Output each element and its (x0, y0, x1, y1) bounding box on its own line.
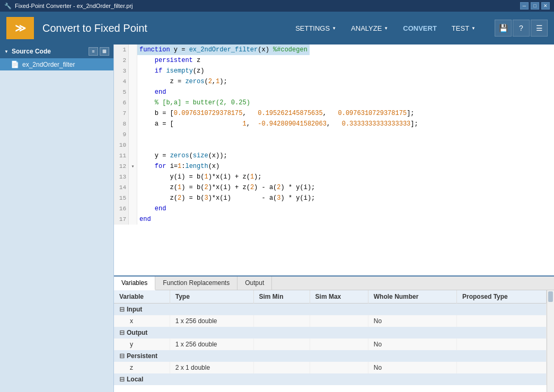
table-scrollbar[interactable] (547, 290, 554, 392)
test-dropdown-arrow: ▼ (471, 26, 476, 31)
logo-box: ≫ (6, 17, 34, 39)
title-bar-controls: ─ □ ✕ (520, 2, 550, 10)
tab-bar: Variables Function Replacements Output (114, 277, 554, 290)
col-wholenumber: Whole Number (368, 290, 456, 304)
toolbar-nav: SETTINGS ▼ ANALYZE ▼ CONVERT TEST ▼ (289, 21, 482, 35)
section-local: ⊟Local (114, 373, 547, 385)
table-row-z: z 2 x 1 double No (114, 362, 547, 373)
app-icon: 🔧 (4, 3, 12, 10)
variables-table: Variable Type Sim Min Sim Max Whole Numb… (114, 290, 547, 385)
table-header-row: Variable Type Sim Min Sim Max Whole Numb… (114, 290, 547, 304)
logo-arrows: ≫ (15, 22, 26, 34)
code-line-4: 4 z = zeros(2,1); (114, 76, 554, 87)
code-line-5: 5 end (114, 87, 554, 97)
sidebar: ▼ Source Code ≡ ⊞ 📄 ex_2ndOrder_filter (0, 44, 114, 392)
sidebar-header: ▼ Source Code ≡ ⊞ (0, 44, 113, 58)
header-toolbar: ≫ Convert to Fixed Point SETTINGS ▼ ANAL… (0, 12, 554, 44)
app-title: Convert to Fixed Point (42, 22, 280, 34)
file-icon: 📄 (11, 60, 19, 68)
code-line-9: 9 (114, 129, 554, 140)
code-line-10: 10 (114, 140, 554, 150)
variables-table-container[interactable]: Variable Type Sim Min Sim Max Whole Numb… (114, 290, 547, 392)
sidebar-item-ex2ndorderfilter[interactable]: 📄 ex_2ndOrder_filter (0, 58, 113, 70)
code-line-14: 14 z(1) = b(2)*x(i) + z(2) - a(2) * y(i)… (114, 182, 554, 193)
code-line-15: 15 z(2) = b(3)*x(i) - a(3) * y(i); (114, 193, 554, 203)
section-input: ⊟Input (114, 304, 547, 316)
col-type: Type (170, 290, 253, 304)
toolbar-icons: 💾 ? ☰ (495, 20, 548, 37)
settings-dropdown-arrow: ▼ (332, 26, 336, 31)
code-line-17: 17 end (114, 214, 554, 225)
tab-output[interactable]: Output (238, 277, 272, 290)
save-button[interactable]: 💾 (495, 20, 512, 37)
minimize-button[interactable]: ─ (520, 2, 529, 10)
section-persistent: ⊟Persistent (114, 350, 547, 362)
sidebar-item-label: ex_2ndOrder_filter (22, 61, 75, 68)
tab-function-replacements[interactable]: Function Replacements (155, 277, 238, 290)
close-button[interactable]: ✕ (541, 2, 550, 10)
code-line-16: 16 end (114, 203, 554, 214)
section-output: ⊟Output (114, 327, 547, 338)
analyze-button[interactable]: ANALYZE ▼ (345, 21, 394, 35)
title-bar: 🔧 Fixed-Point Converter - ex_2ndOrder_fi… (0, 0, 554, 12)
col-proposedtype: Proposed Type (456, 290, 546, 304)
col-simmin: Sim Min (253, 290, 310, 304)
code-line-2: 2 persistent z (114, 55, 554, 66)
settings-button[interactable]: SETTINGS ▼ (289, 21, 342, 35)
code-line-8: 8 a = [ 1, -0.942809041582063, 0.3333333… (114, 119, 554, 129)
table-row-y: y 1 x 256 double No (114, 338, 547, 350)
code-editor[interactable]: 1 function y = ex_2ndOrder_filter(x) %#c… (114, 44, 554, 275)
title-bar-text: Fixed-Point Converter - ex_2ndOrder_filt… (15, 3, 133, 9)
code-line-7: 7 b = [0.0976310729378175, 0.19526214587… (114, 108, 554, 119)
tab-variables[interactable]: Variables (114, 277, 155, 290)
code-line-13: 13 y(i) = b(1)*x(i) + z(1); (114, 172, 554, 182)
main-layout: ▼ Source Code ≡ ⊞ 📄 ex_2ndOrder_filter 1… (0, 44, 554, 392)
help-button[interactable]: ? (513, 20, 530, 37)
sidebar-collapse-arrow[interactable]: ▼ (4, 49, 8, 54)
code-line-3: 3 if isempty(z) (114, 66, 554, 76)
test-button[interactable]: TEST ▼ (445, 21, 482, 35)
code-line-1: 1 function y = ex_2ndOrder_filter(x) %#c… (114, 44, 554, 55)
convert-button[interactable]: CONVERT (397, 21, 443, 35)
maximize-button[interactable]: □ (531, 2, 539, 10)
code-line-11: 11 y = zeros(size(x)); (114, 150, 554, 161)
table-row-x: x 1 x 256 double No (114, 315, 547, 327)
sidebar-grid-view-button[interactable]: ⊞ (100, 47, 109, 56)
bottom-panel: Variables Function Replacements Output V… (114, 275, 554, 392)
sidebar-title: Source Code (12, 48, 51, 55)
col-simmax: Sim Max (310, 290, 368, 304)
menu-button[interactable]: ☰ (531, 20, 548, 37)
col-variable: Variable (114, 290, 170, 304)
code-line-6: 6 % [b,a] = butter(2, 0.25) (114, 97, 554, 108)
analyze-dropdown-arrow: ▼ (384, 26, 388, 31)
sidebar-list-view-button[interactable]: ≡ (89, 47, 98, 56)
code-line-12: 12 ▾ for i=1:length(x) (114, 161, 554, 172)
